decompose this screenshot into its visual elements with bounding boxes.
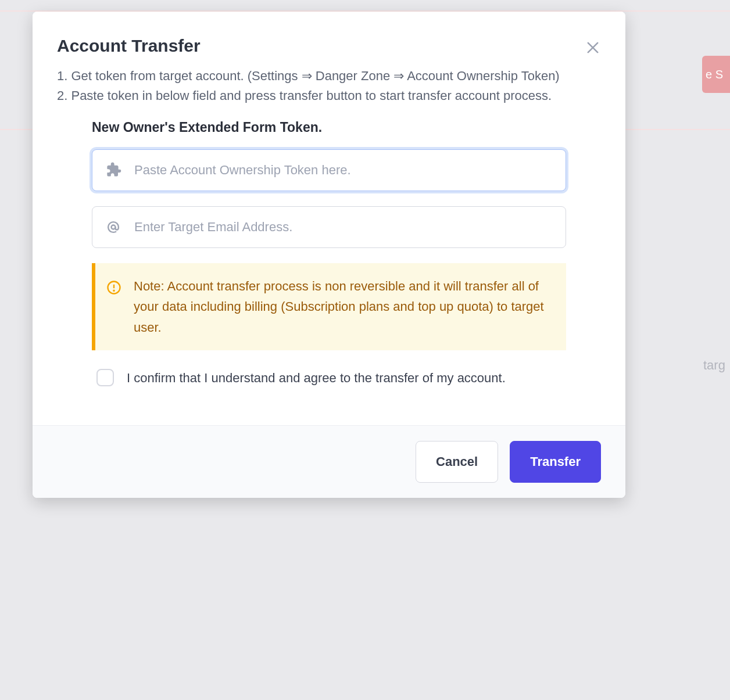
alert-icon xyxy=(106,279,122,298)
modal-body: Account Transfer 1. Get token from targe… xyxy=(33,12,625,425)
svg-point-5 xyxy=(113,290,114,291)
close-icon xyxy=(585,40,601,56)
close-button[interactable] xyxy=(585,40,601,58)
warning-alert: Note: Account transfer process is non re… xyxy=(92,263,566,350)
at-icon xyxy=(106,220,121,235)
token-field xyxy=(92,149,566,191)
email-input[interactable] xyxy=(92,206,566,248)
alert-text: Note: Account transfer process is non re… xyxy=(134,276,552,338)
transfer-button[interactable]: Transfer xyxy=(510,441,601,483)
confirm-checkbox[interactable] xyxy=(96,369,114,386)
modal-footer: Cancel Transfer xyxy=(33,425,625,498)
section-title: New Owner's Extended Form Token. xyxy=(92,120,566,135)
confirm-label: I confirm that I understand and agree to… xyxy=(127,368,506,388)
account-transfer-modal: Account Transfer 1. Get token from targe… xyxy=(33,12,625,498)
modal-title: Account Transfer xyxy=(57,36,601,56)
confirm-row: I confirm that I understand and agree to… xyxy=(92,365,566,402)
form-section: New Owner's Extended Form Token. xyxy=(57,106,601,408)
token-input[interactable] xyxy=(92,149,566,191)
modal-description: 1. Get token from target account. (Setti… xyxy=(57,66,597,106)
bg-badge: e S xyxy=(702,56,730,93)
email-field xyxy=(92,206,566,248)
puzzle-icon xyxy=(106,162,122,178)
cancel-button[interactable]: Cancel xyxy=(416,441,498,483)
bg-tag-text: targ xyxy=(701,354,730,380)
